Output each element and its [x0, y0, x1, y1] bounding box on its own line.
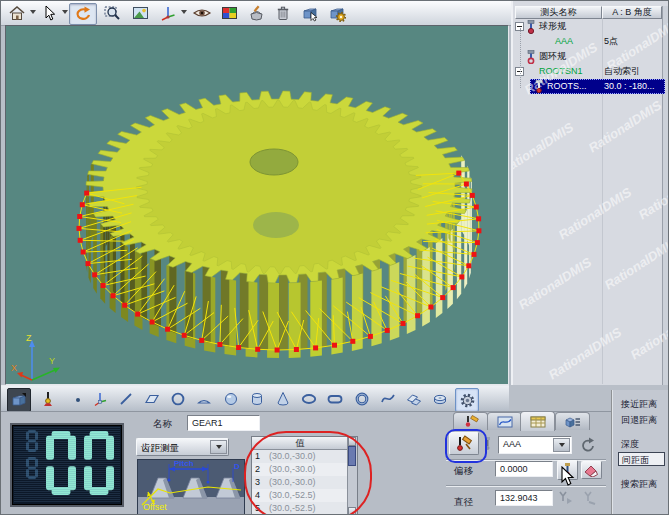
tree-row[interactable]: AAA5点: [513, 34, 669, 49]
table-row[interactable]: 4(30.0,-52.5): [252, 489, 348, 502]
feature-button-circle[interactable]: [167, 388, 189, 410]
watermark-text: RationalDMIS: [602, 234, 669, 292]
zoom-region-icon: [104, 5, 121, 21]
value-table[interactable]: 值 1(30.0,-30.0)2(30.0,-30.0)3(30.0,-30.0…: [251, 436, 358, 515]
watermark-text: RationalDMIS: [511, 119, 576, 177]
feature-button-cylinder[interactable]: [246, 388, 268, 410]
toolbar-button-fit-view[interactable]: [129, 3, 151, 23]
value-table-scrollbar[interactable]: [347, 437, 357, 515]
tree-row[interactable]: ROOTS...30.0 : -180...: [513, 79, 669, 94]
feature-button-plane[interactable]: [141, 388, 163, 410]
tree-column-probe-name[interactable]: 测头名称: [515, 6, 602, 19]
fit-view-icon: [132, 5, 149, 21]
toolbar-button-visibility-eye[interactable]: [191, 3, 213, 23]
toolbar-button-rotate-view[interactable]: [69, 3, 97, 25]
tab-table-tab[interactable]: [520, 411, 555, 431]
feature-button-probe-position[interactable]: [37, 388, 59, 410]
tree-item-label: 圆环规: [539, 49, 566, 64]
measure-mode-select[interactable]: 齿距测量: [136, 438, 229, 456]
probe-next-icon[interactable]: [557, 491, 574, 510]
toolbar-button-axes-view[interactable]: [157, 3, 179, 23]
feature-button-ellipse[interactable]: [298, 388, 320, 410]
tree-item-angle: 自动索引: [604, 64, 640, 79]
model-settings-icon: [329, 5, 346, 22]
row-value: (30.0,-30.0): [269, 476, 316, 489]
tab-probe-tab[interactable]: [453, 412, 488, 430]
probe-offset-button[interactable]: [557, 460, 578, 480]
axes-view-dropdown-caret[interactable]: [181, 10, 187, 14]
tree-row[interactable]: 圆环规: [513, 49, 669, 64]
row-index: 3: [255, 476, 260, 489]
toolbar-button-select-cursor[interactable]: [38, 3, 60, 23]
name-input[interactable]: GEAR1: [187, 415, 260, 431]
probe-prev-icon[interactable]: [581, 491, 598, 510]
toolbar-button-select-model[interactable]: [299, 3, 321, 23]
tree-row[interactable]: 球形规: [513, 19, 669, 34]
tree-connector-line: [520, 28, 521, 88]
refresh-icon[interactable]: [579, 436, 598, 459]
toolbar-button-render-tools[interactable]: [245, 3, 267, 23]
feature-button-point[interactable]: [67, 388, 89, 410]
probe-build-button[interactable]: [449, 432, 479, 455]
row-value: (30.0,-30.0): [269, 450, 316, 463]
main-toolbar: [1, 1, 511, 26]
home-dropdown-caret[interactable]: [30, 10, 36, 14]
probe-select-value: AAA: [503, 439, 521, 449]
toolbar-button-model-settings[interactable]: [326, 3, 348, 23]
viewport-3d[interactable]: ZYX: [5, 25, 509, 385]
toolbar-button-color-palette[interactable]: [218, 3, 240, 23]
scroll-thumb[interactable]: [348, 446, 356, 466]
feature-button-model[interactable]: [7, 388, 31, 412]
feature-button-curve[interactable]: [377, 388, 399, 410]
feature-button-torus[interactable]: [351, 388, 373, 410]
toolbar-button-home[interactable]: [6, 3, 28, 23]
curve-tab-icon: [497, 416, 513, 428]
arc-icon: [196, 391, 212, 407]
tab-report-tab[interactable]: [555, 412, 590, 430]
table-row[interactable]: 2(30.0,-30.0): [252, 463, 348, 476]
path-params-panel: 接近距离回退距离深度间距面搜索距离: [611, 390, 669, 515]
feature-button-gear[interactable]: [455, 388, 479, 412]
feature-button-slot[interactable]: [324, 388, 346, 410]
tree-item-label: 球形规: [539, 19, 566, 34]
toolbar-button-delete-trash[interactable]: [272, 3, 294, 23]
table-row[interactable]: 1(30.0,-30.0): [252, 450, 348, 463]
ellipse-icon: [301, 391, 317, 407]
tree-row[interactable]: ROOTSN1自动索引: [513, 64, 669, 79]
diameter-input[interactable]: 132.9043: [495, 490, 553, 506]
param-label: 回退距离: [621, 414, 657, 427]
chevron-down-icon[interactable]: [210, 440, 227, 454]
value-table-header[interactable]: 值: [252, 437, 348, 450]
probe-tool-icon: [534, 80, 544, 98]
row-index: 4: [255, 489, 260, 502]
watermark-text: RationalDMIS: [556, 184, 634, 242]
svg-text:Y: Y: [49, 356, 55, 366]
row-index: 5: [255, 502, 260, 515]
plane-icon: [144, 391, 160, 407]
edit-eraser-button[interactable]: [581, 461, 602, 479]
table-row[interactable]: 5(30.0,-52.5): [252, 502, 348, 515]
tab-curve-tab[interactable]: [487, 412, 522, 430]
feature-button-coordinate-system[interactable]: [89, 388, 111, 410]
scroll-down-icon[interactable]: [348, 507, 356, 515]
feature-button-cone[interactable]: [272, 388, 294, 410]
feature-button-disk[interactable]: [429, 388, 451, 410]
offset-input[interactable]: 0.0000: [495, 461, 553, 477]
probe-tab-icon: [463, 415, 479, 428]
feature-button-angle-plane[interactable]: [403, 388, 425, 410]
render-tools-icon: [248, 5, 265, 21]
select-cursor-dropdown-caret[interactable]: [62, 10, 68, 14]
toolbar-button-zoom-region[interactable]: [101, 3, 123, 23]
probe-select[interactable]: AAA: [498, 436, 572, 454]
feature-button-arc[interactable]: [193, 388, 215, 410]
measure-mode-value: 齿距测量: [141, 442, 179, 455]
feature-button-sphere[interactable]: [220, 388, 242, 410]
feature-toolbar: [1, 385, 509, 413]
rotate-view-icon: [75, 6, 92, 22]
scroll-up-icon[interactable]: [348, 437, 356, 446]
table-row[interactable]: 3(30.0,-30.0): [252, 476, 348, 489]
param-box-间距面[interactable]: 间距面: [618, 452, 665, 466]
tree-column-angle[interactable]: A : B 角度: [602, 6, 662, 19]
chevron-down-icon[interactable]: [553, 438, 570, 452]
feature-button-line[interactable]: [115, 388, 137, 410]
